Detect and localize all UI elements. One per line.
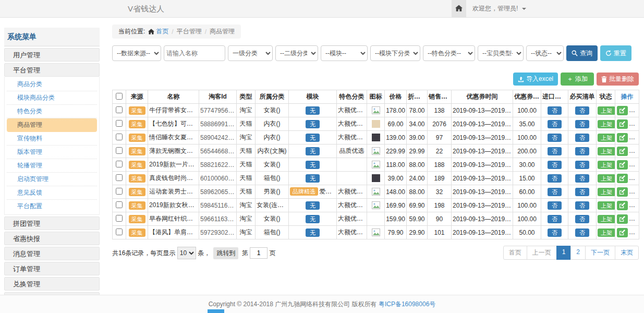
row-checkbox[interactable] xyxy=(116,161,123,167)
add-button[interactable]: ＋ 添加 xyxy=(561,73,594,86)
level1-category-select[interactable]: 一级分类 xyxy=(228,45,273,61)
must-buy-toggle[interactable]: 否 xyxy=(575,201,589,210)
status-badge[interactable]: 上架 xyxy=(598,215,615,223)
must-buy-toggle[interactable]: 否 xyxy=(575,188,589,196)
status-badge[interactable]: 上架 xyxy=(598,147,615,155)
status-badge[interactable]: 上架 xyxy=(598,134,615,142)
edit-button[interactable] xyxy=(617,174,628,183)
module-subcategory-select[interactable]: --模块下分类-- xyxy=(370,45,420,61)
pager-item-下一页[interactable]: 下一页 xyxy=(585,246,615,260)
breadcrumb-home-link[interactable]: 首页 xyxy=(148,27,168,36)
sidebar-item-商品管理[interactable]: 商品管理 xyxy=(7,118,97,132)
sidebar-group-订单管理[interactable]: 订单管理 xyxy=(4,262,100,275)
sidebar-group-消息管理[interactable]: 消息管理 xyxy=(4,247,100,260)
row-checkbox[interactable] xyxy=(116,174,123,181)
pager-item-2[interactable]: 2 xyxy=(570,246,586,260)
sidebar-item-版本管理[interactable]: 版本管理 xyxy=(7,146,97,159)
row-checkbox[interactable] xyxy=(116,147,123,154)
status-select[interactable]: --状态-- xyxy=(526,45,564,61)
import-select-toggle[interactable]: 否 xyxy=(548,201,562,210)
import-select-toggle[interactable]: 否 xyxy=(548,147,562,155)
edit-button[interactable] xyxy=(617,228,628,237)
icon-cell xyxy=(367,117,385,131)
sidebar-item-特色分类[interactable]: 特色分类 xyxy=(7,105,97,118)
data-source-select[interactable]: --数据来源-- xyxy=(112,45,161,61)
status-badge[interactable]: 上架 xyxy=(598,201,615,210)
home-button[interactable] xyxy=(452,0,466,17)
sidebar-item-轮播管理[interactable]: 轮播管理 xyxy=(7,159,97,173)
edit-button[interactable] xyxy=(617,201,628,210)
sidebar-group-用户管理[interactable]: 用户管理 xyxy=(4,48,100,62)
status-badge[interactable]: 上架 xyxy=(598,161,615,169)
sidebar-group-拼团管理[interactable]: 拼团管理 xyxy=(4,216,100,230)
row-checkbox[interactable] xyxy=(116,215,123,222)
page-number-input[interactable] xyxy=(250,247,268,259)
edit-button[interactable] xyxy=(617,160,628,170)
row-checkbox[interactable] xyxy=(116,134,123,140)
must-buy-toggle[interactable]: 否 xyxy=(575,161,589,169)
pager-item-1[interactable]: 1 xyxy=(556,246,572,260)
import-select-toggle[interactable]: 否 xyxy=(548,188,562,196)
table-row: 采集真皮钱包时尚优雅女士...601000601341天猫箱包()无39.002… xyxy=(113,172,639,185)
edit-button[interactable] xyxy=(617,119,628,129)
item-type-select[interactable]: --宝贝类型-- xyxy=(478,45,524,61)
status-badge[interactable]: 上架 xyxy=(598,228,615,237)
edit-button[interactable] xyxy=(617,147,628,156)
must-buy-toggle[interactable]: 否 xyxy=(575,228,589,237)
row-checkbox[interactable] xyxy=(116,201,123,208)
row-checkbox[interactable] xyxy=(116,106,123,113)
pager-item-末页[interactable]: 末页 xyxy=(615,246,639,260)
sidebar-item-平台配置[interactable]: 平台配置 xyxy=(7,200,97,213)
must-buy-toggle[interactable]: 否 xyxy=(575,215,589,223)
search-button[interactable]: 查询 xyxy=(566,45,598,61)
jump-button[interactable]: 跳转到 xyxy=(213,247,238,259)
must-buy-toggle[interactable]: 否 xyxy=(575,106,589,115)
icp-link[interactable]: 粤ICP备16098006号 xyxy=(379,300,435,308)
import-select-toggle[interactable]: 否 xyxy=(548,215,562,223)
import-select-toggle[interactable]: 否 xyxy=(548,228,562,237)
module-badge: 无 xyxy=(306,134,320,142)
status-badge[interactable]: 上架 xyxy=(598,188,615,196)
user-menu[interactable]: 欢迎您，管理员! xyxy=(472,0,526,17)
import-select-toggle[interactable]: 否 xyxy=(548,106,562,115)
row-checkbox[interactable] xyxy=(116,228,123,235)
must-buy-toggle[interactable]: 否 xyxy=(575,147,589,155)
sidebar-group-兑换管理[interactable]: 兑换管理 xyxy=(4,277,100,291)
edit-button[interactable] xyxy=(617,187,628,197)
sidebar-item-启动页管理[interactable]: 启动页管理 xyxy=(7,173,97,186)
must-buy-toggle[interactable]: 否 xyxy=(575,134,589,142)
sidebar-group-省惠快报[interactable]: 省惠快报 xyxy=(4,232,100,245)
import-select-toggle[interactable]: 否 xyxy=(548,161,562,169)
sidebar-item-模块商品分类[interactable]: 模块商品分类 xyxy=(7,91,97,105)
name-input[interactable] xyxy=(164,45,225,61)
product-thumbnail-icon xyxy=(372,188,380,196)
module-select[interactable]: --模块-- xyxy=(321,45,368,61)
status-badge[interactable]: 上架 xyxy=(598,174,615,183)
sidebar-item-宣传物料[interactable]: 宣传物料 xyxy=(7,132,97,146)
edit-button[interactable] xyxy=(617,214,628,224)
status-badge[interactable]: 上架 xyxy=(598,106,615,115)
sidebar-item-商品分类[interactable]: 商品分类 xyxy=(7,78,97,91)
coupon-amount: 100.00 xyxy=(513,212,541,226)
edit-button[interactable] xyxy=(617,133,628,142)
select-all-checkbox[interactable] xyxy=(116,93,123,100)
import-select-toggle[interactable]: 否 xyxy=(548,134,562,142)
batch-delete-button[interactable]: 批量删除 xyxy=(597,73,639,86)
sales-count: 90 xyxy=(428,212,452,226)
sidebar-item-意见反馈[interactable]: 意见反馈 xyxy=(7,186,97,200)
row-checkbox[interactable] xyxy=(116,188,123,195)
must-buy-toggle[interactable]: 否 xyxy=(575,120,589,128)
level2-category-select[interactable]: --二级分类-- xyxy=(275,45,318,61)
must-buy-toggle[interactable]: 否 xyxy=(575,174,589,183)
row-checkbox[interactable] xyxy=(116,120,123,127)
reset-button[interactable]: 重置 xyxy=(600,45,631,61)
status-badge[interactable]: 上架 xyxy=(598,120,615,128)
sidebar-group-平台管理[interactable]: 平台管理 xyxy=(4,63,100,77)
import-excel-button[interactable]: 导入excel xyxy=(513,73,558,86)
per-page-select[interactable]: 10 xyxy=(177,247,196,259)
import-select-cell: 否 xyxy=(541,158,568,172)
feature-category-select[interactable]: --特色分类-- xyxy=(423,45,475,61)
import-select-toggle[interactable]: 否 xyxy=(548,120,562,128)
import-select-toggle[interactable]: 否 xyxy=(548,174,562,183)
edit-button[interactable] xyxy=(617,106,628,115)
